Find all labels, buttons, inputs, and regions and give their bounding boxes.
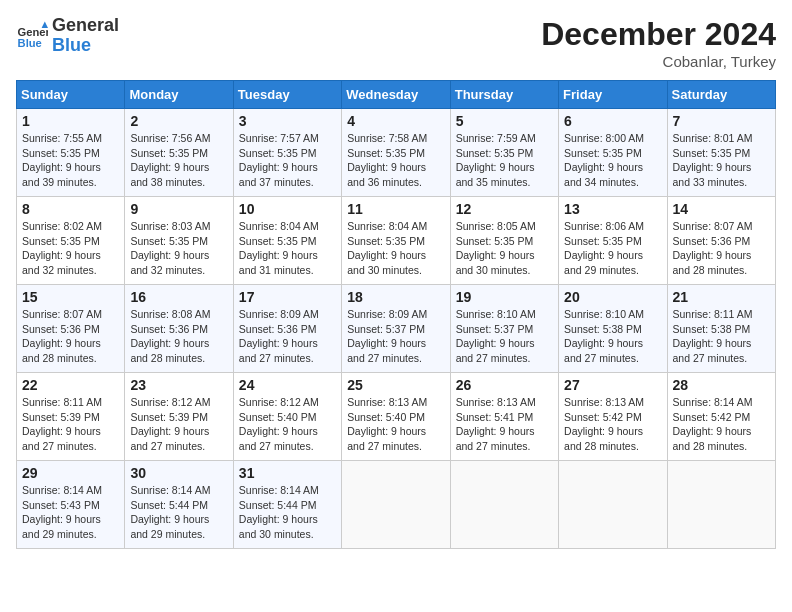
week-row-2: 8 Sunrise: 8:02 AM Sunset: 5:35 PM Dayli… [17,197,776,285]
day-info: Sunrise: 8:05 AM Sunset: 5:35 PM Dayligh… [456,219,553,278]
day-number: 20 [564,289,661,305]
day-info: Sunrise: 8:14 AM Sunset: 5:43 PM Dayligh… [22,483,119,542]
week-row-3: 15 Sunrise: 8:07 AM Sunset: 5:36 PM Dayl… [17,285,776,373]
calendar-body: 1 Sunrise: 7:55 AM Sunset: 5:35 PM Dayli… [17,109,776,549]
day-info: Sunrise: 8:09 AM Sunset: 5:36 PM Dayligh… [239,307,336,366]
calendar-cell: 16 Sunrise: 8:08 AM Sunset: 5:36 PM Dayl… [125,285,233,373]
day-info: Sunrise: 8:14 AM Sunset: 5:44 PM Dayligh… [130,483,227,542]
calendar-cell: 7 Sunrise: 8:01 AM Sunset: 5:35 PM Dayli… [667,109,775,197]
calendar-cell: 13 Sunrise: 8:06 AM Sunset: 5:35 PM Dayl… [559,197,667,285]
dow-header-tuesday: Tuesday [233,81,341,109]
day-number: 10 [239,201,336,217]
day-info: Sunrise: 8:14 AM Sunset: 5:44 PM Dayligh… [239,483,336,542]
day-number: 8 [22,201,119,217]
day-number: 13 [564,201,661,217]
calendar-cell: 27 Sunrise: 8:13 AM Sunset: 5:42 PM Dayl… [559,373,667,461]
calendar-cell: 31 Sunrise: 8:14 AM Sunset: 5:44 PM Dayl… [233,461,341,549]
logo: General Blue General Blue [16,16,119,56]
calendar-cell: 28 Sunrise: 8:14 AM Sunset: 5:42 PM Dayl… [667,373,775,461]
day-info: Sunrise: 8:10 AM Sunset: 5:37 PM Dayligh… [456,307,553,366]
day-number: 18 [347,289,444,305]
day-info: Sunrise: 8:13 AM Sunset: 5:42 PM Dayligh… [564,395,661,454]
day-info: Sunrise: 8:10 AM Sunset: 5:38 PM Dayligh… [564,307,661,366]
calendar-cell: 5 Sunrise: 7:59 AM Sunset: 5:35 PM Dayli… [450,109,558,197]
day-number: 31 [239,465,336,481]
day-info: Sunrise: 8:12 AM Sunset: 5:40 PM Dayligh… [239,395,336,454]
logo-line1: General [52,16,119,36]
day-number: 11 [347,201,444,217]
days-of-week-row: SundayMondayTuesdayWednesdayThursdayFrid… [17,81,776,109]
day-info: Sunrise: 8:04 AM Sunset: 5:35 PM Dayligh… [239,219,336,278]
calendar-cell: 2 Sunrise: 7:56 AM Sunset: 5:35 PM Dayli… [125,109,233,197]
day-info: Sunrise: 8:02 AM Sunset: 5:35 PM Dayligh… [22,219,119,278]
calendar-cell: 20 Sunrise: 8:10 AM Sunset: 5:38 PM Dayl… [559,285,667,373]
day-info: Sunrise: 8:07 AM Sunset: 5:36 PM Dayligh… [22,307,119,366]
day-number: 21 [673,289,770,305]
week-row-5: 29 Sunrise: 8:14 AM Sunset: 5:43 PM Dayl… [17,461,776,549]
calendar-cell: 3 Sunrise: 7:57 AM Sunset: 5:35 PM Dayli… [233,109,341,197]
calendar-cell: 11 Sunrise: 8:04 AM Sunset: 5:35 PM Dayl… [342,197,450,285]
calendar-cell: 22 Sunrise: 8:11 AM Sunset: 5:39 PM Dayl… [17,373,125,461]
calendar-cell: 30 Sunrise: 8:14 AM Sunset: 5:44 PM Dayl… [125,461,233,549]
calendar-cell [667,461,775,549]
dow-header-wednesday: Wednesday [342,81,450,109]
calendar-cell: 18 Sunrise: 8:09 AM Sunset: 5:37 PM Dayl… [342,285,450,373]
day-number: 4 [347,113,444,129]
day-number: 16 [130,289,227,305]
logo-text: General Blue [52,16,119,56]
calendar-cell: 23 Sunrise: 8:12 AM Sunset: 5:39 PM Dayl… [125,373,233,461]
day-info: Sunrise: 8:00 AM Sunset: 5:35 PM Dayligh… [564,131,661,190]
calendar-cell: 19 Sunrise: 8:10 AM Sunset: 5:37 PM Dayl… [450,285,558,373]
calendar-cell: 21 Sunrise: 8:11 AM Sunset: 5:38 PM Dayl… [667,285,775,373]
dow-header-saturday: Saturday [667,81,775,109]
calendar-table: SundayMondayTuesdayWednesdayThursdayFrid… [16,80,776,549]
dow-header-thursday: Thursday [450,81,558,109]
calendar-cell: 9 Sunrise: 8:03 AM Sunset: 5:35 PM Dayli… [125,197,233,285]
day-number: 9 [130,201,227,217]
day-info: Sunrise: 8:03 AM Sunset: 5:35 PM Dayligh… [130,219,227,278]
month-title: December 2024 [541,16,776,53]
week-row-4: 22 Sunrise: 8:11 AM Sunset: 5:39 PM Dayl… [17,373,776,461]
dow-header-monday: Monday [125,81,233,109]
calendar-cell: 1 Sunrise: 7:55 AM Sunset: 5:35 PM Dayli… [17,109,125,197]
day-number: 14 [673,201,770,217]
day-number: 29 [22,465,119,481]
calendar-cell: 26 Sunrise: 8:13 AM Sunset: 5:41 PM Dayl… [450,373,558,461]
calendar-cell: 24 Sunrise: 8:12 AM Sunset: 5:40 PM Dayl… [233,373,341,461]
day-info: Sunrise: 8:11 AM Sunset: 5:38 PM Dayligh… [673,307,770,366]
day-number: 19 [456,289,553,305]
day-number: 2 [130,113,227,129]
day-info: Sunrise: 7:59 AM Sunset: 5:35 PM Dayligh… [456,131,553,190]
logo-line2: Blue [52,36,119,56]
day-number: 24 [239,377,336,393]
day-number: 17 [239,289,336,305]
day-number: 23 [130,377,227,393]
day-info: Sunrise: 8:08 AM Sunset: 5:36 PM Dayligh… [130,307,227,366]
calendar-cell [559,461,667,549]
calendar-cell: 4 Sunrise: 7:58 AM Sunset: 5:35 PM Dayli… [342,109,450,197]
day-info: Sunrise: 8:13 AM Sunset: 5:40 PM Dayligh… [347,395,444,454]
day-number: 1 [22,113,119,129]
day-number: 7 [673,113,770,129]
day-info: Sunrise: 8:06 AM Sunset: 5:35 PM Dayligh… [564,219,661,278]
day-info: Sunrise: 8:04 AM Sunset: 5:35 PM Dayligh… [347,219,444,278]
calendar-cell: 15 Sunrise: 8:07 AM Sunset: 5:36 PM Dayl… [17,285,125,373]
day-info: Sunrise: 8:13 AM Sunset: 5:41 PM Dayligh… [456,395,553,454]
calendar-cell: 8 Sunrise: 8:02 AM Sunset: 5:35 PM Dayli… [17,197,125,285]
calendar-cell: 12 Sunrise: 8:05 AM Sunset: 5:35 PM Dayl… [450,197,558,285]
calendar-cell: 6 Sunrise: 8:00 AM Sunset: 5:35 PM Dayli… [559,109,667,197]
logo-icon: General Blue [16,20,48,52]
day-info: Sunrise: 8:07 AM Sunset: 5:36 PM Dayligh… [673,219,770,278]
day-info: Sunrise: 8:09 AM Sunset: 5:37 PM Dayligh… [347,307,444,366]
calendar-cell [450,461,558,549]
calendar-cell: 14 Sunrise: 8:07 AM Sunset: 5:36 PM Dayl… [667,197,775,285]
calendar-cell: 10 Sunrise: 8:04 AM Sunset: 5:35 PM Dayl… [233,197,341,285]
title-block: December 2024 Cobanlar, Turkey [541,16,776,70]
dow-header-sunday: Sunday [17,81,125,109]
day-number: 30 [130,465,227,481]
calendar-cell: 29 Sunrise: 8:14 AM Sunset: 5:43 PM Dayl… [17,461,125,549]
page-header: General Blue General Blue December 2024 … [16,16,776,70]
day-number: 3 [239,113,336,129]
day-info: Sunrise: 8:01 AM Sunset: 5:35 PM Dayligh… [673,131,770,190]
day-number: 22 [22,377,119,393]
